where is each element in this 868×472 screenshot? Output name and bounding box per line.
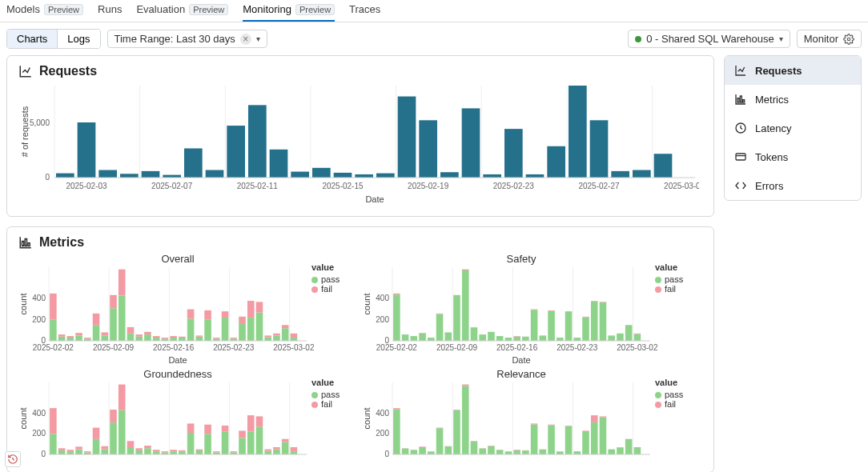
sidebar-item-requests[interactable]: Requests — [725, 56, 861, 85]
warehouse-picker[interactable]: 0 - Shared SQL Warehouse ▾ — [628, 30, 790, 48]
overall-chart: Overall0200400count2025-02-022025-02-092… — [18, 253, 355, 365]
svg-text:pass: pass — [321, 390, 340, 399]
svg-text:fail: fail — [665, 399, 676, 409]
svg-rect-172 — [582, 317, 589, 318]
svg-text:Date: Date — [365, 194, 384, 204]
svg-point-342 — [655, 402, 661, 408]
svg-rect-86 — [153, 336, 160, 338]
svg-rect-27 — [440, 172, 459, 178]
history-button[interactable] — [5, 451, 21, 467]
svg-rect-348 — [736, 154, 745, 160]
svg-text:2025-02-16: 2025-02-16 — [496, 343, 538, 352]
svg-rect-64 — [58, 334, 66, 337]
svg-rect-161 — [513, 336, 520, 337]
preview-badge: Preview — [189, 4, 228, 15]
svg-rect-344 — [737, 98, 739, 102]
svg-rect-227 — [144, 446, 151, 448]
svg-text:value: value — [655, 378, 677, 387]
svg-rect-316 — [557, 451, 564, 454]
svg-rect-104 — [230, 338, 237, 338]
monitor-button[interactable]: Monitor — [797, 30, 862, 48]
svg-rect-290 — [444, 446, 452, 454]
svg-rect-236 — [187, 433, 195, 454]
svg-rect-108 — [247, 301, 255, 318]
svg-rect-295 — [462, 385, 469, 386]
relevance-chart: Relevance0200400countvaluepassfail — [362, 368, 698, 464]
svg-rect-77 — [119, 295, 126, 341]
svg-rect-83 — [144, 334, 151, 341]
timerange-picker[interactable]: Time Range: Last 30 days × ▾ — [107, 30, 267, 48]
svg-rect-11 — [98, 170, 117, 178]
svg-text:2025-03-03: 2025-03-03 — [664, 182, 699, 190]
svg-text:2025-02-02: 2025-02-02 — [33, 343, 74, 352]
sidebar-item-errors[interactable]: Errors — [725, 171, 861, 200]
svg-rect-297 — [471, 441, 478, 442]
svg-point-340 — [655, 392, 661, 398]
svg-text:value: value — [655, 262, 677, 272]
tab-monitoring[interactable]: MonitoringPreview — [243, 0, 335, 22]
svg-rect-219 — [110, 410, 117, 422]
svg-rect-36 — [633, 170, 651, 178]
svg-rect-304 — [505, 451, 512, 454]
svg-rect-321 — [582, 431, 589, 454]
svg-rect-20 — [291, 172, 309, 178]
svg-rect-217 — [101, 446, 108, 450]
svg-rect-231 — [162, 451, 169, 452]
svg-rect-241 — [204, 425, 211, 434]
svg-rect-330 — [625, 439, 633, 454]
sidebar-item-metrics[interactable]: Metrics — [725, 85, 861, 114]
svg-rect-101 — [222, 318, 229, 341]
logs-button[interactable]: Logs — [57, 30, 99, 48]
svg-text:fail: fail — [321, 284, 332, 294]
svg-rect-152 — [462, 270, 469, 341]
svg-point-268 — [311, 392, 318, 398]
svg-rect-97 — [204, 320, 211, 341]
svg-text:Date: Date — [512, 355, 530, 365]
svg-rect-248 — [239, 438, 246, 454]
svg-text:value: value — [311, 378, 334, 387]
svg-text:Relevance: Relevance — [496, 368, 545, 380]
svg-rect-61 — [50, 320, 57, 341]
svg-rect-89 — [170, 338, 177, 341]
svg-rect-150 — [444, 332, 452, 341]
svg-text:400: 400 — [376, 409, 389, 418]
groundedness-chart: Groundedness0200400countvaluepassfail — [18, 368, 355, 464]
svg-rect-154 — [471, 328, 478, 341]
svg-rect-67 — [75, 335, 82, 341]
svg-rect-93 — [187, 318, 195, 341]
svg-rect-233 — [170, 450, 177, 451]
sidebar-item-latency[interactable]: Latency — [725, 114, 861, 142]
svg-rect-82 — [135, 334, 143, 337]
svg-rect-94 — [187, 310, 195, 319]
svg-rect-112 — [264, 335, 271, 337]
svg-rect-142 — [393, 294, 400, 294]
close-icon[interactable]: × — [240, 34, 251, 45]
svg-rect-178 — [617, 334, 624, 341]
svg-text:5,000: 5,000 — [30, 118, 50, 127]
svg-rect-253 — [256, 416, 263, 426]
svg-text:2025-02-09: 2025-02-09 — [436, 343, 478, 352]
svg-rect-109 — [256, 313, 263, 341]
svg-rect-149 — [436, 314, 444, 314]
sidebar-item-tokens[interactable]: Tokens — [725, 142, 861, 171]
svg-rect-141 — [393, 294, 400, 341]
tab-traces[interactable]: Traces — [349, 0, 380, 22]
chart-bar-icon — [734, 93, 747, 106]
svg-rect-235 — [179, 450, 186, 451]
svg-rect-254 — [264, 451, 271, 455]
svg-rect-218 — [110, 422, 117, 454]
svg-rect-30 — [504, 129, 523, 178]
svg-rect-113 — [273, 335, 280, 341]
svg-rect-114 — [273, 334, 280, 336]
svg-text:Groundedness: Groundedness — [143, 368, 212, 380]
tab-evaluation[interactable]: EvaluationPreview — [136, 0, 228, 22]
svg-rect-102 — [222, 311, 229, 318]
svg-rect-53 — [25, 239, 26, 246]
tab-runs[interactable]: Runs — [98, 0, 122, 22]
svg-text:count: count — [362, 408, 372, 430]
svg-point-270 — [311, 402, 318, 408]
tab-models[interactable]: ModelsPreview — [6, 0, 83, 22]
svg-rect-249 — [239, 430, 246, 438]
svg-rect-54 — [28, 243, 30, 246]
charts-button[interactable]: Charts — [7, 30, 57, 48]
